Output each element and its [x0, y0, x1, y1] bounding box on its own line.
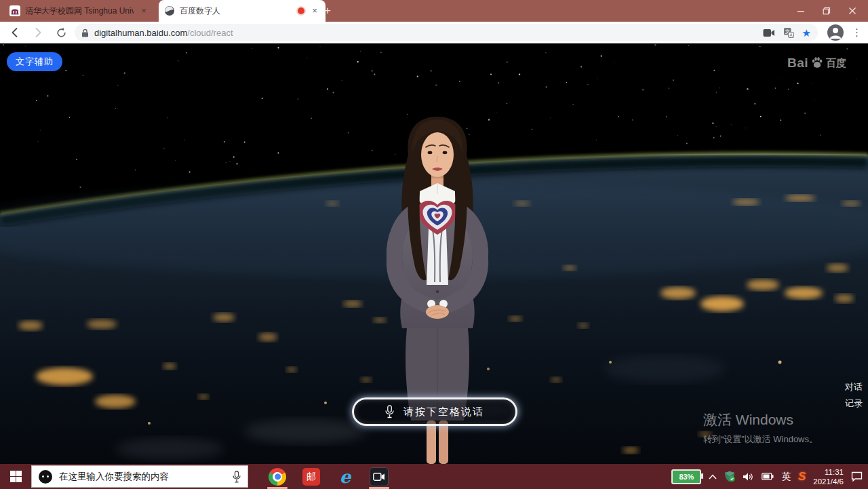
browser-toolbar: digitalhuman.baidu.com /cloud/react 文A ★…	[0, 22, 868, 43]
system-tray: 83% 英 S 11:31 2021/4/6	[671, 467, 868, 486]
legs	[427, 420, 436, 464]
text-assist-button[interactable]: 文字辅助	[7, 52, 62, 71]
active-app-indicator	[369, 487, 389, 489]
window-controls	[788, 0, 865, 22]
browser-menu-icon[interactable]: ⋮	[852, 26, 862, 39]
tab-baidu-digital-human[interactable]: 百度数字人 ×	[159, 0, 326, 22]
active-app-indicator	[267, 487, 288, 489]
tab-title: 百度数字人	[180, 5, 293, 17]
windows-taskbar: 在这里输入你要搜索的内容 邮 e 83%	[0, 464, 868, 489]
battery-tray-icon[interactable]	[762, 473, 774, 480]
time: 11:31	[813, 467, 844, 477]
digital-human-viewport: 文字辅助 Bai 百度 请按下空格说话 对话 记录 激活 Windows 转到“…	[0, 43, 868, 464]
tray-expand-chevron-icon[interactable]	[709, 474, 717, 480]
mic-button-label: 请按下空格说话	[403, 406, 484, 418]
baidu-logo: Bai 百度	[787, 56, 846, 71]
mail-taskbar-button[interactable]: 邮	[300, 465, 323, 488]
baidu-paw-icon	[810, 56, 824, 70]
tab-camera-capture-icon[interactable]	[763, 28, 775, 37]
defender-shield-icon[interactable]	[724, 471, 735, 482]
recording-indicator-icon	[298, 7, 304, 14]
volume-icon[interactable]	[743, 472, 754, 482]
tab-close-icon[interactable]: ×	[138, 5, 149, 16]
tab-close-icon[interactable]: ×	[309, 5, 320, 16]
baidu-logo-text: Bai	[787, 56, 808, 71]
cortana-icon	[39, 470, 52, 484]
tsinghua-favicon-icon	[9, 5, 20, 16]
dialog-record-tab[interactable]: 对话 记录	[845, 379, 863, 412]
search-placeholder: 在这里输入你要搜索的内容	[59, 471, 226, 483]
microphone-icon	[385, 405, 394, 418]
internet-explorer-taskbar-button[interactable]: e	[334, 465, 357, 488]
chrome-taskbar-button[interactable]	[266, 465, 289, 488]
tab-title: 清华大学校园网 Tsinghua Univ	[25, 5, 134, 17]
record-label: 记录	[845, 395, 863, 412]
dialog-label: 对话	[845, 379, 863, 395]
baidu-logo-cn: 百度	[826, 57, 846, 70]
close-button[interactable]	[840, 0, 865, 22]
tab-tsinghua[interactable]: 清华大学校园网 Tsinghua Univ ×	[5, 0, 164, 22]
url-host: digitalhuman.baidu.com	[94, 28, 187, 38]
address-bar[interactable]: digitalhuman.baidu.com /cloud/react 文A ★	[75, 24, 818, 41]
search-mic-icon[interactable]	[233, 471, 241, 483]
refresh-button[interactable]	[52, 23, 71, 42]
new-tab-button[interactable]: +	[321, 5, 334, 17]
mail-icon: 邮	[302, 468, 320, 486]
lock-icon	[81, 28, 89, 37]
minimize-button[interactable]	[788, 0, 814, 22]
back-button[interactable]	[5, 23, 24, 42]
watermark-subtitle: 转到“设置”以激活 Windows。	[703, 433, 818, 446]
url-path: /cloud/react	[187, 28, 233, 38]
input-language-indicator[interactable]: 英	[781, 471, 791, 483]
restore-button[interactable]	[814, 0, 840, 22]
svg-text:A: A	[789, 33, 793, 38]
clock[interactable]: 11:31 2021/4/6	[813, 467, 844, 486]
forward-button[interactable]	[28, 23, 47, 42]
bookmark-star-icon[interactable]: ★	[802, 28, 811, 38]
video-camera-icon	[370, 467, 389, 486]
action-center-icon[interactable]	[851, 471, 863, 482]
battery-percent-widget[interactable]: 83%	[671, 469, 701, 484]
press-space-to-talk-button[interactable]: 请按下空格说话	[352, 397, 517, 426]
activate-windows-watermark: 激活 Windows 转到“设置”以激活 Windows。	[703, 410, 818, 446]
date: 2021/4/6	[813, 477, 844, 486]
camera-recorder-taskbar-button[interactable]	[368, 465, 391, 488]
start-button[interactable]	[0, 464, 31, 489]
watermark-title: 激活 Windows	[703, 410, 818, 429]
ie-icon: e	[340, 468, 351, 486]
taskbar-search-input[interactable]: 在这里输入你要搜索的内容	[31, 465, 248, 488]
pinned-apps: 邮 e	[266, 465, 391, 488]
profile-avatar[interactable]	[827, 24, 844, 41]
browser-titlebar: 清华大学校园网 Tsinghua Univ × 百度数字人 × +	[0, 0, 868, 22]
translate-icon[interactable]: 文A	[783, 27, 794, 38]
sogou-input-icon[interactable]: S	[798, 470, 806, 484]
chrome-icon	[265, 465, 290, 489]
globe-favicon-icon	[164, 5, 175, 16]
